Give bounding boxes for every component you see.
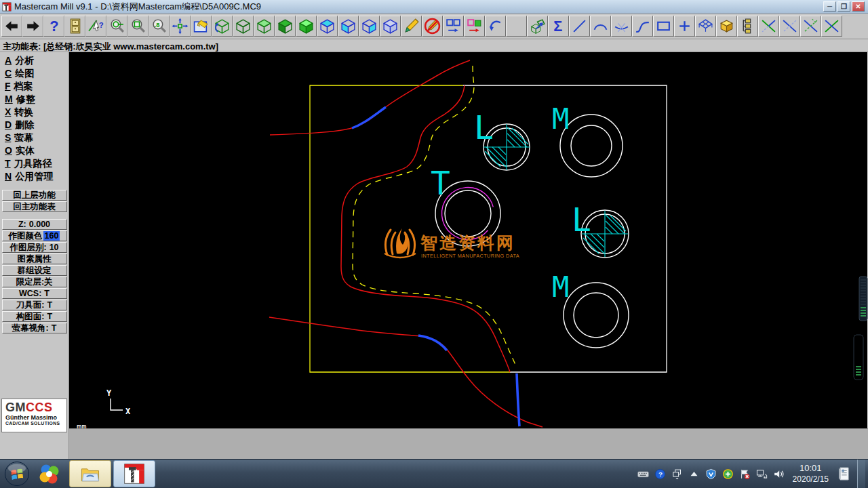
- spline-top[interactable]: [270, 60, 470, 135]
- hole-label-L-right[interactable]: L: [572, 201, 591, 239]
- hole-label-L-top[interactable]: L: [474, 108, 494, 146]
- notes-tray-icon[interactable]: [836, 464, 852, 484]
- safety-plus-tray-icon[interactable]: [722, 468, 734, 480]
- calculator-icon[interactable]: Σ: [548, 16, 569, 37]
- sidebar-item-analyze[interactable]: A分析: [0, 54, 68, 67]
- volume-tray-icon[interactable]: [773, 468, 785, 480]
- analyze-point-icon[interactable]: ?: [85, 16, 106, 37]
- sidebar-item-modify[interactable]: M修整: [0, 93, 68, 106]
- network-tray-icon[interactable]: [756, 468, 768, 480]
- help-icon[interactable]: ?: [43, 16, 64, 37]
- taskbar-clock[interactable]: 10:01 2020/2/15: [793, 463, 829, 484]
- create-point-icon[interactable]: [674, 16, 695, 37]
- shade-icon[interactable]: [506, 16, 527, 37]
- rotate-view-icon[interactable]: [212, 16, 233, 37]
- sidebar-item-create[interactable]: C绘图: [0, 67, 68, 80]
- trim-three-entities-icon[interactable]: [800, 16, 821, 37]
- side-view-icon[interactable]: [296, 16, 317, 37]
- sidebar-item-toolpaths[interactable]: T刀具路径: [0, 157, 68, 170]
- cplane-front-icon[interactable]: [338, 16, 359, 37]
- maximize-button[interactable]: ❐: [837, 1, 850, 12]
- menu-path-bar: 主功能表: [总经销:欣昊实业 www.mastercam.com.tw]: [0, 39, 868, 52]
- transform-icon[interactable]: [464, 16, 485, 37]
- hole-M-top[interactable]: [560, 115, 623, 177]
- top-view-icon[interactable]: [254, 16, 275, 37]
- zoom-previous-icon[interactable]: .8: [149, 16, 170, 37]
- drawing-canvas[interactable]: L M T L M 智造资料网 INTELLIGENT MANUFACTURI: [69, 52, 868, 428]
- forward-icon[interactable]: [22, 16, 43, 37]
- help-tray-icon[interactable]: ?: [654, 468, 667, 480]
- sidebar-item-solids[interactable]: O实体: [0, 144, 68, 157]
- main-menu-button[interactable]: 回主功能表: [2, 201, 67, 212]
- sidebar-item-nc-utils[interactable]: N公用管理: [0, 170, 68, 183]
- graphics-view-button[interactable]: 萤幕视角:T: [2, 323, 67, 333]
- create-solid-icon[interactable]: [716, 16, 737, 37]
- sidebar-item-screen[interactable]: S萤幕: [0, 131, 68, 144]
- draw-level-button[interactable]: 作图层别:10: [2, 242, 67, 253]
- pan-icon[interactable]: [170, 16, 191, 37]
- hole-label-M-bottom[interactable]: M: [552, 270, 569, 304]
- show-desktop-button[interactable]: [857, 460, 865, 488]
- watermark-subtitle: INTELLIGENT MANUFACTURING DATA: [421, 253, 519, 259]
- svg-text:?: ?: [658, 470, 663, 478]
- wcs-button[interactable]: WCS:T: [2, 288, 67, 299]
- cplane-side-icon[interactable]: [359, 16, 380, 37]
- delete-icon[interactable]: [422, 16, 443, 37]
- plunge-line[interactable]: [517, 373, 519, 426]
- operations-manager-icon[interactable]: [737, 16, 758, 37]
- solid-extrude-icon[interactable]: [527, 16, 548, 37]
- antivirus-pinwheel-icon[interactable]: [37, 461, 62, 487]
- break-entity-icon[interactable]: [821, 16, 842, 37]
- create-arc-icon[interactable]: [590, 16, 611, 37]
- trim-divide-icon[interactable]: [611, 16, 632, 37]
- taskbar-mastercam-button[interactable]: [113, 460, 155, 487]
- limit-level-button[interactable]: 限定层:关: [2, 277, 67, 287]
- draw-color-button[interactable]: 作图颜色160: [2, 230, 67, 241]
- create-spline-icon[interactable]: [632, 16, 653, 37]
- hole-label-T[interactable]: T: [431, 164, 450, 202]
- copy-offset-icon[interactable]: [443, 16, 464, 37]
- isometric-view-icon[interactable]: [233, 16, 254, 37]
- title-bar[interactable]: Mastercam Mill v9.1 - D:\资料网Mastercam编程\…: [0, 0, 868, 14]
- clock-date: 2020/2/15: [793, 474, 829, 485]
- back-icon[interactable]: [1, 16, 22, 37]
- security-shield-tray-icon[interactable]: [705, 468, 717, 480]
- minimize-button[interactable]: ─: [823, 1, 836, 12]
- z-depth-button[interactable]: Z:0.000: [2, 219, 67, 230]
- trim-one-entity-icon[interactable]: [758, 16, 779, 37]
- repaint-icon[interactable]: [191, 16, 212, 37]
- construction-plane-button[interactable]: 构图面:T: [2, 311, 67, 322]
- create-surface-icon[interactable]: [695, 16, 716, 37]
- zoom-dynamic-icon[interactable]: [106, 16, 127, 37]
- backup-menu-button[interactable]: 回上层功能: [2, 190, 67, 201]
- hole-M-bottom[interactable]: [564, 283, 629, 348]
- tool-plane-button[interactable]: 刀具面:T: [2, 300, 67, 310]
- side-scroll-widget[interactable]: [854, 277, 867, 380]
- cplane-3d-icon[interactable]: [380, 16, 401, 37]
- show-hidden-icons-button[interactable]: [688, 468, 701, 480]
- hole-label-M-top[interactable]: M: [552, 102, 569, 136]
- file-manager-icon[interactable]: [64, 16, 85, 37]
- sidebar-item-xform[interactable]: X转换: [0, 106, 68, 119]
- create-line-icon[interactable]: [569, 16, 590, 37]
- sidebar-item-file[interactable]: F档案: [0, 80, 68, 93]
- cplane-top-icon[interactable]: [317, 16, 338, 37]
- action-center-flag-icon[interactable]: [739, 468, 751, 480]
- create-rectangle-icon[interactable]: [653, 16, 674, 37]
- feed-segment-top[interactable]: [352, 107, 386, 128]
- taskbar-explorer-button[interactable]: [69, 460, 111, 487]
- groups-button[interactable]: 群组设定: [2, 265, 67, 276]
- undo-icon[interactable]: [485, 16, 506, 37]
- front-view-icon[interactable]: [275, 16, 296, 37]
- attributes-button[interactable]: 图素属性: [2, 253, 67, 264]
- sidebar-item-delete[interactable]: D删除: [0, 119, 68, 131]
- zoom-window-icon[interactable]: [127, 16, 149, 37]
- sketch-icon[interactable]: [401, 16, 422, 37]
- svg-text:?: ?: [99, 21, 104, 29]
- feed-segment-bottom[interactable]: [418, 336, 447, 350]
- start-button[interactable]: [4, 461, 30, 487]
- close-button[interactable]: ✕: [852, 1, 865, 12]
- soft-keyboard-tray-icon[interactable]: [637, 468, 650, 480]
- trim-two-entities-icon[interactable]: [779, 16, 800, 37]
- window-popup-tray-icon[interactable]: [671, 468, 684, 480]
